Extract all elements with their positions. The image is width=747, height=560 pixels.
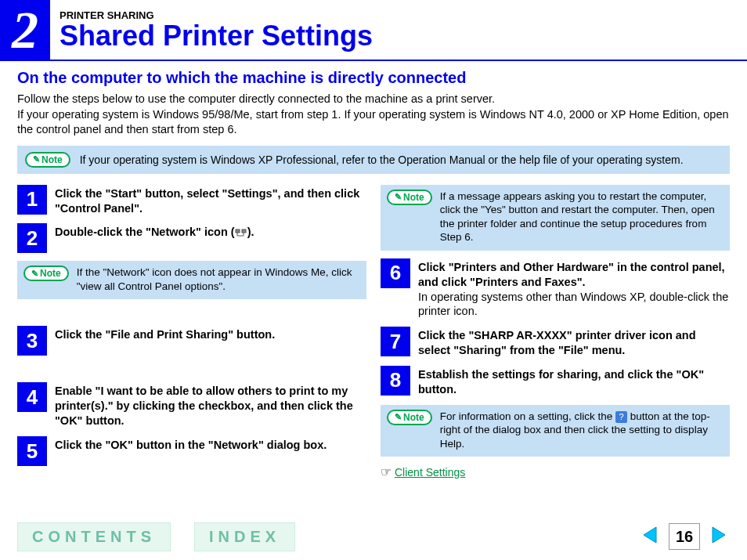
chapter-number: 2: [0, 0, 50, 60]
step-text: Click the "Start" button, select "Settin…: [55, 187, 359, 215]
page-title: Shared Printer Settings: [60, 21, 373, 51]
step-text: Click the "OK" button in the "Network" d…: [55, 439, 327, 451]
step-4: 4 Enable "I want to be able to allow oth…: [17, 382, 366, 428]
page-header: 2 PRINTER SHARING Shared Printer Setting…: [0, 0, 747, 61]
note-text: For information on a setting, click the …: [440, 410, 724, 451]
step-number: 6: [381, 258, 410, 288]
left-column: 1 Click the "Start" button, select "Sett…: [17, 185, 366, 480]
step-number: 8: [381, 366, 410, 396]
note-text: If a message appears asking you to resta…: [440, 190, 724, 244]
note-text: If the "Network" icon does not appear in…: [77, 266, 360, 293]
svg-marker-5: [644, 527, 656, 543]
step-3: 3 Click the "File and Print Sharing" but…: [17, 326, 366, 356]
step-subtext: In operating systems other than Windows …: [418, 291, 728, 318]
help-icon: ?: [615, 411, 627, 423]
note-badge: Note: [387, 190, 432, 205]
step-text: Click the "SHARP AR-XXXX" printer driver…: [418, 329, 696, 356]
right-note-bottom: Note For information on a setting, click…: [381, 405, 730, 457]
pointer-icon: ☞: [381, 464, 392, 479]
step-2: 2 Double-click the "Network" icon ().: [17, 223, 366, 253]
note-badge: Note: [25, 152, 70, 168]
step-number: 1: [17, 185, 47, 215]
contents-button[interactable]: CONTENTS: [17, 522, 171, 551]
client-settings-link[interactable]: Client Settings: [395, 466, 465, 479]
next-page-button[interactable]: [708, 524, 730, 549]
step-number: 4: [17, 382, 47, 412]
step-text: Click the "File and Print Sharing" butto…: [55, 328, 275, 341]
step-7: 7 Click the "SHARP AR-XXXX" printer driv…: [381, 327, 730, 358]
section-title: On the computer to which the machine is …: [17, 69, 730, 87]
prev-page-button[interactable]: [639, 524, 661, 549]
svg-marker-6: [713, 527, 725, 543]
note-badge: Note: [23, 266, 69, 281]
step-number: 2: [17, 223, 47, 253]
page-number: 16: [669, 523, 700, 550]
note-text: If your operating system is Windows XP P…: [80, 153, 684, 167]
note-badge: Note: [387, 410, 432, 425]
left-note: Note If the "Network" icon does not appe…: [17, 261, 366, 299]
intro-text: Follow the steps below to use the comput…: [17, 92, 730, 138]
step-8: 8 Establish the settings for sharing, an…: [381, 366, 730, 397]
step-number: 3: [17, 326, 47, 356]
step-5: 5 Click the "OK" button in the "Network"…: [17, 436, 366, 466]
top-note: Note If your operating system is Windows…: [17, 146, 730, 174]
step-1: 1 Click the "Start" button, select "Sett…: [17, 185, 366, 216]
svg-rect-1: [242, 229, 246, 233]
network-icon: [235, 228, 247, 239]
step-number: 5: [17, 436, 47, 466]
step-number: 7: [381, 327, 410, 356]
step-text: Establish the settings for sharing, and …: [418, 368, 704, 396]
right-column: Note If a message appears asking you to …: [381, 185, 730, 480]
footer: CONTENTS INDEX 16: [0, 513, 747, 560]
step-text-prefix: Double-click the "Network" icon (: [55, 226, 235, 238]
step-6: 6 Click "Printers and Other Hardware" in…: [381, 258, 730, 319]
step-text-suffix: ).: [247, 226, 254, 238]
step-text: Enable "I want to be able to allow other…: [55, 385, 353, 427]
client-settings-link-row: ☞ Client Settings: [381, 464, 730, 479]
step-text: Click "Printers and Other Hardware" in t…: [418, 261, 725, 288]
right-note-top: Note If a message appears asking you to …: [381, 185, 730, 251]
svg-rect-0: [236, 229, 240, 233]
index-button[interactable]: INDEX: [194, 522, 295, 551]
